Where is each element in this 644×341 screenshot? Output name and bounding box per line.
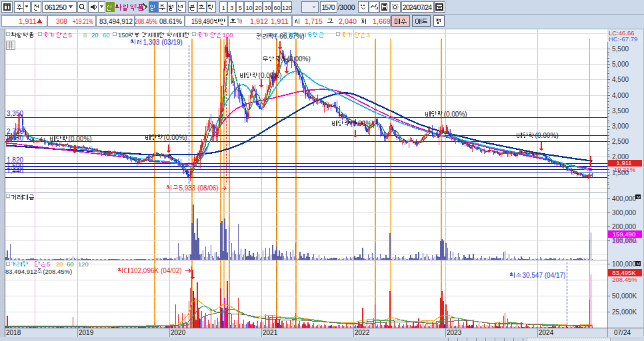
svg-text:30,547 (04/17): 30,547 (04/17) <box>522 272 565 279</box>
svg-text:308: 308 <box>56 18 67 25</box>
svg-text:M: M <box>637 262 640 266</box>
svg-text:1,911: 1,911 <box>271 18 289 25</box>
svg-text:208.45%: 208.45% <box>135 18 157 25</box>
svg-text:5,500: 5,500 <box>612 45 629 53</box>
svg-text:1,911: 1,911 <box>19 18 37 25</box>
svg-text:3,500: 3,500 <box>612 107 629 115</box>
svg-text:10: 10 <box>246 5 253 11</box>
svg-text:08.61%: 08.61% <box>159 18 182 25</box>
svg-text:20: 20 <box>91 31 99 39</box>
svg-text:2,040: 2,040 <box>339 18 357 25</box>
svg-text:(208.45%): (208.45%) <box>43 268 72 275</box>
svg-text:20: 20 <box>255 5 262 11</box>
svg-text:83,494,912: 83,494,912 <box>99 18 133 25</box>
svg-text:2018: 2018 <box>6 329 21 336</box>
svg-text:60: 60 <box>274 5 281 11</box>
svg-text:(-66.67%): (-66.67%) <box>275 33 305 40</box>
svg-text:(0.00%): (0.00%) <box>69 135 92 143</box>
svg-text:150: 150 <box>118 31 129 39</box>
svg-text:061250: 061250 <box>45 3 67 11</box>
svg-text:2022: 2022 <box>355 329 370 336</box>
svg-text:3: 3 <box>367 31 370 39</box>
svg-text:60: 60 <box>67 260 74 268</box>
svg-text:300,000: 300,000 <box>612 209 637 216</box>
svg-text:1570: 1570 <box>322 3 335 11</box>
svg-text:19.21%: 19.21% <box>614 166 636 173</box>
svg-text:5: 5 <box>239 5 242 11</box>
svg-text:1,912: 1,912 <box>250 18 268 25</box>
svg-text:50,000K: 50,000K <box>612 292 637 300</box>
svg-text:100: 100 <box>223 31 233 39</box>
svg-text:60: 60 <box>103 31 110 39</box>
svg-text:247.47%: 247.47% <box>612 237 637 244</box>
svg-text:M: M <box>637 195 640 199</box>
svg-text:208.45%: 208.45% <box>612 276 637 283</box>
svg-text:1,440: 1,440 <box>7 167 23 174</box>
svg-text:4,500: 4,500 <box>612 76 629 83</box>
svg-text:2,650: 2,650 <box>7 135 23 142</box>
svg-text:2,500: 2,500 <box>612 138 629 145</box>
svg-text:2020: 2020 <box>171 329 186 336</box>
svg-text:(0.00%): (0.00%) <box>351 120 374 127</box>
svg-text:1: 1 <box>222 5 225 11</box>
svg-text:25,000K: 25,000K <box>612 308 637 316</box>
svg-text:3,000: 3,000 <box>612 123 629 130</box>
svg-text:/3000: /3000 <box>338 3 355 11</box>
svg-text:83,494,912: 83,494,912 <box>5 268 37 275</box>
svg-text:120: 120 <box>78 260 89 268</box>
svg-text:2023: 2023 <box>447 329 462 336</box>
svg-text:(0.00%): (0.00%) <box>444 111 467 118</box>
svg-text:HC:-67.79: HC:-67.79 <box>609 35 637 43</box>
svg-text:120: 120 <box>282 5 292 11</box>
svg-text:(0.00%): (0.00%) <box>287 55 311 63</box>
svg-text:2024: 2024 <box>539 329 554 336</box>
svg-text:2024/07/24: 2024/07/24 <box>403 3 432 11</box>
svg-text:5,933 (08/06): 5,933 (08/06) <box>179 184 219 192</box>
svg-text:5: 5 <box>69 31 72 39</box>
svg-text:4,000: 4,000 <box>612 92 629 99</box>
svg-text:83,495K: 83,495K <box>612 269 636 276</box>
svg-text:2021: 2021 <box>263 329 278 336</box>
svg-text:102,096K (04/02): 102,096K (04/02) <box>130 267 181 274</box>
svg-text:1,715: 1,715 <box>305 18 323 25</box>
svg-text:3: 3 <box>230 5 233 11</box>
svg-text:5: 5 <box>47 260 51 268</box>
svg-text:8: 8 <box>83 31 87 39</box>
svg-text:+19.21%: +19.21% <box>73 18 93 25</box>
svg-text:(0.00%): (0.00%) <box>164 134 187 141</box>
svg-text:20: 20 <box>56 260 63 268</box>
svg-text:30: 30 <box>265 5 271 11</box>
svg-text:07/24: 07/24 <box>614 329 631 336</box>
svg-text:400,000: 400,000 <box>612 195 637 202</box>
svg-text:1,303 (03/19): 1,303 (03/19) <box>143 39 183 46</box>
svg-text:1,669: 1,669 <box>373 18 391 25</box>
svg-text:2019: 2019 <box>79 329 94 336</box>
svg-text:3,350: 3,350 <box>7 110 23 117</box>
svg-text:5,000: 5,000 <box>612 61 629 68</box>
svg-text:159,490: 159,490 <box>191 18 213 25</box>
svg-text:(0.00%): (0.00%) <box>259 72 282 79</box>
svg-text:(0.00%): (0.00%) <box>535 132 559 139</box>
